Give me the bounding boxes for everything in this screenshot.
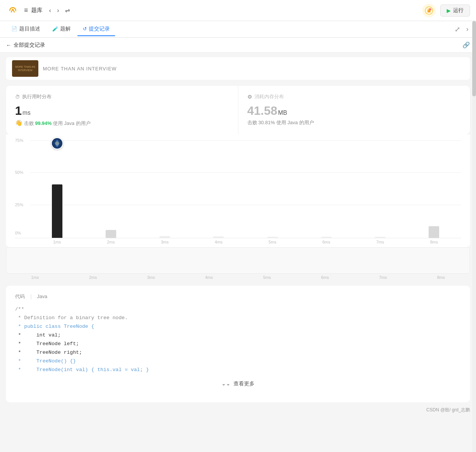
- tab-submissions-label: 提交记录: [89, 26, 110, 32]
- chart-grid: 75% 50% 25% 0%: [15, 140, 461, 238]
- mini-bar-2ms: [96, 266, 102, 269]
- x-label-4ms: 4ms: [192, 240, 246, 244]
- nav-left: ≡ 题库 ‹ › ⇌: [6, 4, 72, 17]
- x-label-7ms: 7ms: [353, 240, 407, 244]
- code-line-8: * TreeNode(int val) { this.val = val; }: [15, 366, 461, 374]
- view-more-label: 查看更多: [233, 380, 255, 387]
- svg-point-5: [55, 142, 59, 145]
- lock-button[interactable]: !: [422, 4, 436, 17]
- view-more[interactable]: ⌄⌄ 查看更多: [15, 374, 461, 395]
- tabs-container: 📄 题目描述 🧪 题解 ↺ 提交记录: [6, 23, 115, 36]
- shuffle-btn[interactable]: ⇌: [63, 5, 72, 15]
- bar-5ms: [267, 237, 278, 238]
- ad-thumb-text: MORE THAN AN INTERVIEW: [12, 65, 38, 72]
- mini-bar-1ms: [40, 248, 46, 269]
- time-stat-header: ⏱ 执行用时分布: [15, 93, 229, 100]
- link-icon[interactable]: 🔗: [462, 41, 470, 49]
- view-more-icon: ⌄⌄: [221, 380, 230, 387]
- code-block: /** * Definition for a binary tree node.…: [15, 305, 461, 374]
- scrollbar-track: [472, 21, 476, 452]
- scrollbar-thumb[interactable]: [472, 21, 476, 96]
- code-line-7: * TreeNode() {}: [15, 357, 461, 366]
- bar-4ms: [213, 236, 224, 238]
- tab-desc[interactable]: 📄 题目描述: [6, 23, 45, 36]
- memory-beat-suffix: 使用 Java 的用户: [276, 120, 314, 125]
- expand-button[interactable]: ⤢: [453, 24, 462, 35]
- mini-bar-5ms: [263, 269, 269, 269]
- mini-bar-group-5: [238, 269, 294, 269]
- run-button[interactable]: ▶ 运行: [440, 5, 470, 17]
- solution-icon: 🧪: [52, 26, 58, 32]
- bar-group-2ms: [84, 140, 138, 238]
- mini-bar-8ms: [430, 264, 436, 269]
- nav-right: ! ▶ 运行: [422, 4, 470, 17]
- chart-area: 75% 50% 25% 0%: [6, 134, 470, 247]
- nav-title-area: ≡ 题库: [24, 6, 42, 14]
- collapse-button[interactable]: ›: [465, 24, 470, 35]
- ad-banner: MORE THAN AN INTERVIEW MORE THAN AN INTE…: [6, 57, 470, 80]
- run-label: 运行: [453, 7, 464, 14]
- tab-desc-label: 题目描述: [19, 26, 40, 32]
- stats-section: ⏱ 执行用时分布 1ms 👋 击败 99.94% 使用 Java 的用户 ⚙ 消…: [6, 86, 470, 134]
- code-line-6: * TreeNode right;: [15, 349, 461, 357]
- bar-group-4ms: [192, 140, 246, 238]
- ad-text: MORE THAN AN INTERVIEW: [43, 66, 117, 72]
- back-link[interactable]: ← 全部提交记录: [6, 42, 45, 49]
- time-stat-sub: 👋 击败 99.94% 使用 Java 的用户: [15, 119, 229, 127]
- back-row: ← 全部提交记录 🔗: [0, 38, 476, 53]
- time-stat-card: ⏱ 执行用时分布 1ms 👋 击败 99.94% 使用 Java 的用户: [6, 86, 238, 134]
- mini-x-1ms: 1ms: [6, 275, 64, 280]
- mini-x-labels: 1ms 2ms 3ms 4ms 5ms 6ms 7ms 8ms: [6, 275, 470, 280]
- y-label-0: 0%: [15, 231, 21, 235]
- memory-stat-sub: 击败 30.81% 使用 Java 的用户: [247, 119, 461, 126]
- memory-stat-value: 41.58MB: [247, 104, 461, 118]
- memory-stat-header: ⚙ 消耗内存分布: [247, 93, 461, 100]
- list-icon: ≡: [24, 6, 28, 14]
- bar-group-7ms: [353, 140, 407, 238]
- mini-bar-4ms: [207, 269, 213, 269]
- logo[interactable]: [6, 4, 20, 17]
- code-line-5: * TreeNode left;: [15, 340, 461, 349]
- mini-bar-group-1: [15, 248, 71, 269]
- bar-2ms: [106, 230, 116, 238]
- bar-group-1ms: [30, 140, 84, 238]
- mini-x-2ms: 2ms: [64, 275, 122, 280]
- code-line-1: /**: [15, 305, 461, 314]
- mini-bar-group-4: [182, 269, 238, 269]
- beat-text: 击败: [24, 120, 34, 126]
- code-line-2: * Definition for a binary tree node.: [15, 314, 461, 323]
- y-label-25: 25%: [15, 202, 23, 207]
- bar-group-3ms: [138, 140, 192, 238]
- memory-icon: ⚙: [247, 94, 252, 100]
- mini-bar-group-8: [405, 264, 461, 269]
- mini-x-5ms: 5ms: [238, 275, 296, 280]
- bar-6ms: [321, 237, 332, 238]
- code-label: 代码: [15, 294, 25, 299]
- nav-arrows: ‹ › ⇌: [47, 5, 73, 15]
- x-label-3ms: 3ms: [138, 240, 192, 244]
- top-nav: ≡ 题库 ‹ › ⇌ ! ▶ 运行: [0, 0, 476, 21]
- beat-suffix: 使用 Java 的用户: [53, 120, 91, 126]
- mini-bar-group-3: [127, 268, 182, 269]
- beat-icon: 👋: [15, 120, 23, 126]
- y-label-50: 50%: [15, 170, 23, 175]
- code-lang: Java: [37, 294, 47, 299]
- code-line-4: * int val;: [15, 331, 461, 340]
- code-lang-label: 代码 ｜ Java: [15, 293, 461, 300]
- memory-beat-text: 击败 30.81%: [247, 120, 275, 125]
- bar-group-5ms: [246, 140, 299, 238]
- tab-submissions[interactable]: ↺ 提交记录: [77, 23, 115, 36]
- y-axis: 75% 50% 25% 0%: [15, 140, 30, 238]
- time-value: 1: [15, 104, 22, 117]
- tab-solution[interactable]: 🧪 题解: [47, 23, 76, 36]
- bar-group-8ms: [407, 140, 461, 238]
- x-label-1ms: 1ms: [30, 240, 84, 244]
- nav-label: 题库: [31, 7, 42, 14]
- next-arrow[interactable]: ›: [55, 5, 61, 15]
- bar-1ms: [52, 184, 62, 238]
- avatar-inner: [52, 138, 62, 149]
- mini-x-8ms: 8ms: [412, 275, 470, 280]
- time-unit: ms: [23, 110, 30, 116]
- prev-arrow[interactable]: ‹: [47, 5, 53, 15]
- csdn-text: CSDN @殷/ grd_志鹏: [426, 407, 470, 412]
